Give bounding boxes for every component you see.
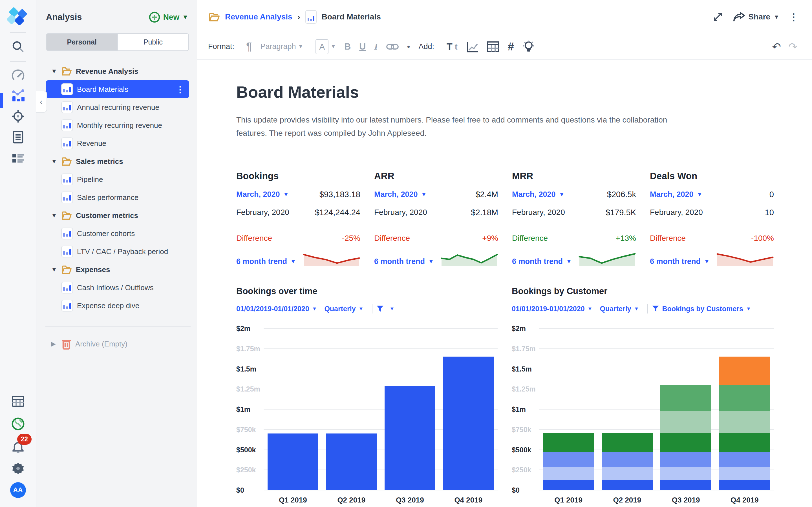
add-grid-icon[interactable]: # [508,40,514,53]
breadcrumb-current: Board Materials [322,12,381,21]
sidebar-item-expenses[interactable]: ▼Expenses [46,261,189,279]
bar-segment[interactable] [602,467,653,480]
bar-segment[interactable] [543,480,594,490]
sidebar-item-label: Sales metrics [76,157,123,166]
sidebar-item-board-materials[interactable]: Board Materials⋮ [46,80,189,98]
italic-button[interactable]: I [374,41,377,52]
filter-dropdown[interactable]: Bookings by Customers▼ [646,304,751,314]
bar-segment[interactable] [719,433,770,452]
add-text-icon[interactable]: Tt [447,41,458,52]
sidebar-item-sales-performance[interactable]: Sales performance [46,188,189,207]
kpi-cards-row: BookingsMarch, 2020▼$93,183.18February, … [236,171,774,266]
grow-logo-icon[interactable] [7,6,29,25]
period-value: $93,183.18 [319,190,360,199]
sidebar-item-ltv-cac-payback-period[interactable]: LTV / CAC / Payback period [46,242,189,261]
goals-target-icon[interactable] [11,109,25,123]
period-dropdown[interactable]: March, 2020▼ [512,190,564,199]
bar-segment[interactable] [660,480,711,490]
bar-segment[interactable] [719,385,770,411]
sidebar-item-sales-metrics[interactable]: ▼Sales metrics [46,152,189,170]
sidebar-item-pipeline[interactable]: Pipeline [46,170,189,188]
notifications-bell-icon[interactable]: 22 [11,439,24,453]
sidebar-item-expense-deep-dive[interactable]: Expense deep dive [46,297,189,315]
sidebar-item-archive[interactable]: ▶ Archive (Empty) [46,335,189,353]
paragraph-style-dropdown[interactable]: Paragraph▼ [260,42,303,51]
chart-controls: 01/01/2019-01/01/2020▼ Quarterly▼ ▼ [236,304,498,314]
bar-segment[interactable] [719,480,770,490]
underline-button[interactable]: U [359,41,366,52]
kpi-card-deals-won: Deals WonMarch, 2020▼0February, 202010Di… [650,171,774,266]
trend-dropdown[interactable]: 6 month trend▼ [512,257,572,266]
bar-segment[interactable] [602,433,653,452]
item-more-options-icon[interactable]: ⋮ [176,84,185,94]
add-chart-icon[interactable] [466,41,478,53]
date-range-dropdown[interactable]: 01/01/2019-01/01/2020▼ [512,305,592,313]
bar-segment[interactable] [719,467,770,480]
bold-button[interactable]: B [344,41,351,52]
bar-segment[interactable] [719,356,770,385]
bar-segment[interactable] [543,467,594,480]
paragraph-mark-icon[interactable]: ¶ [246,41,252,53]
trend-dropdown[interactable]: 6 month trend▼ [374,257,434,266]
settings-gear-icon[interactable] [11,461,25,475]
bar-segment[interactable] [602,480,653,490]
granularity-dropdown[interactable]: Quarterly▼ [600,305,639,313]
tab-personal[interactable]: Personal [47,34,117,50]
bar-segment[interactable] [543,452,594,467]
data-table-icon[interactable] [11,394,25,408]
link-icon[interactable] [386,43,399,50]
sidebar-collapse-handle[interactable]: ‹ [36,91,47,113]
tab-public[interactable]: Public [117,34,189,50]
difference-label: Difference [374,234,410,243]
bar-segment[interactable] [267,434,318,490]
bar-segment[interactable] [326,434,377,490]
sidebar-item-revenue-analysis[interactable]: ▼Revenue Analysis [46,62,189,80]
add-insight-bulb-icon[interactable] [522,40,535,53]
bar-segment[interactable] [660,411,711,433]
sidebar-item-annual-recurring-revenue[interactable]: Annual recurring revenue [46,98,189,116]
user-avatar[interactable]: AA [10,482,26,498]
expand-icon[interactable] [712,10,723,24]
trend-dropdown[interactable]: 6 month trend▼ [650,257,710,266]
text-color-dropdown[interactable]: A▼ [315,39,336,54]
sidebar-item-monthly-recurring-revenue[interactable]: Monthly recurring revenue [46,116,189,134]
plus-circle-icon [149,11,160,23]
period-dropdown[interactable]: March, 2020▼ [236,190,289,199]
bar-segment[interactable] [660,385,711,411]
bar-segment[interactable] [543,433,594,452]
period-dropdown[interactable]: March, 2020▼ [650,190,702,199]
date-range-dropdown[interactable]: 01/01/2019-01/01/2020▼ [236,305,317,313]
sidebar-item-customer-metrics[interactable]: ▼Customer metrics [46,207,189,224]
bar-segment[interactable] [660,467,711,480]
sidebar-item-label: LTV / CAC / Payback period [77,247,168,256]
more-options-icon[interactable]: ⋮ [789,11,799,22]
bar-segment[interactable] [719,452,770,467]
sidebar-item-cash-inflows-outflows[interactable]: Cash Inflows / Outflows [46,279,189,297]
dashboards-gauge-icon[interactable] [11,69,25,83]
add-table-icon[interactable] [487,41,499,52]
undo-icon[interactable]: ↶ [772,41,781,53]
breadcrumb-parent-link[interactable]: Revenue Analysis [225,12,292,21]
sidebar-item-revenue[interactable]: Revenue [46,134,189,152]
bar-segment[interactable] [660,452,711,467]
bar-segment[interactable] [719,411,770,433]
bar-segment[interactable] [602,452,653,467]
status-globe-icon[interactable] [11,417,25,431]
sidebar-item-customer-cohorts[interactable]: Customer cohorts [46,224,189,242]
bar-segment[interactable] [385,386,435,490]
bar-segment[interactable] [443,356,494,490]
granularity-dropdown[interactable]: Quarterly▼ [324,305,363,313]
period-dropdown[interactable]: March, 2020▼ [374,190,426,199]
new-button[interactable]: New ▼ [149,11,188,23]
reports-document-icon[interactable] [12,130,24,144]
filter-dropdown[interactable]: ▼ [371,304,395,314]
trend-dropdown[interactable]: 6 month trend▼ [236,257,296,266]
redo-icon[interactable]: ↷ [788,41,797,53]
share-button[interactable]: Share ▼ [733,11,779,22]
sidebar-item-label: Revenue [77,139,106,148]
search-icon[interactable] [11,40,24,54]
metrics-icon[interactable] [11,89,25,103]
chart-plot: $2m$1.75m$1.5m$1.25m$1m$750k$500k$250k$0 [539,328,774,490]
datasets-list-icon[interactable] [11,151,25,165]
bar-segment[interactable] [660,433,711,452]
